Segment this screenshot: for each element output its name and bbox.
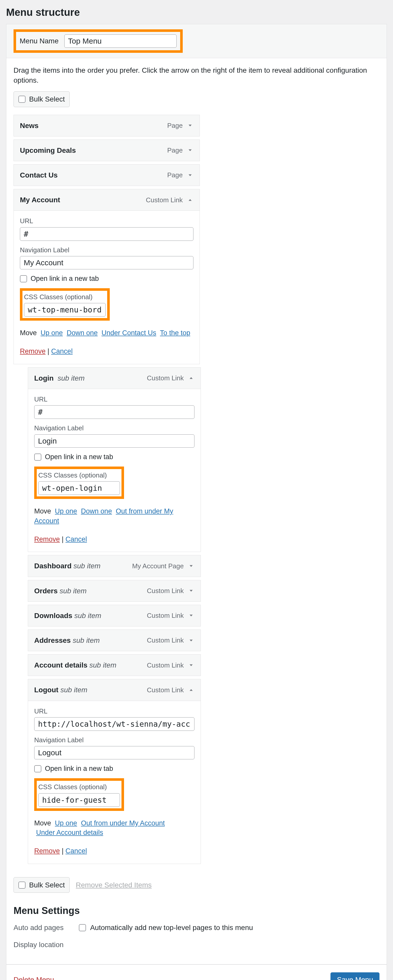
move-top-link[interactable]: To the top <box>160 329 190 337</box>
css-classes-label: CSS Classes (optional) <box>38 782 120 792</box>
menu-item-title: Contact Us <box>20 170 58 180</box>
bulk-select-bottom[interactable]: Bulk Select <box>14 877 70 893</box>
bulk-select-label: Bulk Select <box>29 880 65 890</box>
move-down-one-link[interactable]: Down one <box>81 508 112 515</box>
css-classes-input[interactable] <box>38 481 120 495</box>
move-up-one-link[interactable]: Up one <box>55 508 77 515</box>
bulk-select-checkbox-icon <box>18 881 25 889</box>
move-label: Move <box>34 508 51 515</box>
menu-item-header[interactable]: Logout sub item Custom Link <box>28 679 201 701</box>
bulk-select-label: Bulk Select <box>29 94 65 104</box>
move-under-link[interactable]: Under Contact Us <box>102 329 156 337</box>
menu-item-title: Account details <box>34 661 87 669</box>
url-input[interactable] <box>34 717 194 731</box>
menu-item-type: Custom Link <box>147 374 184 383</box>
auto-add-text: Automatically add new top-level pages to… <box>90 923 253 932</box>
chevron-down-icon[interactable] <box>188 662 194 668</box>
menu-item-type: Custom Link <box>147 686 184 695</box>
chevron-down-icon[interactable] <box>188 612 194 619</box>
nav-label-input[interactable] <box>20 256 193 269</box>
chevron-down-icon[interactable] <box>187 122 193 129</box>
drag-hint: Drag the items into the order you prefer… <box>14 65 379 85</box>
bulk-select-top[interactable]: Bulk Select <box>14 91 70 107</box>
menu-item-title: My Account <box>20 195 60 205</box>
move-label: Move <box>34 819 51 827</box>
delete-menu-link[interactable]: Delete Menu <box>14 975 54 980</box>
menu-item-header[interactable]: My Account Custom Link <box>14 189 200 211</box>
chevron-down-icon[interactable] <box>187 172 193 178</box>
move-out-link[interactable]: Out from under My Account <box>81 819 165 827</box>
menu-item-title: Orders <box>34 587 58 595</box>
cancel-link[interactable]: Cancel <box>65 847 87 855</box>
chevron-down-icon[interactable] <box>187 147 193 154</box>
menu-item-title: Upcoming Deals <box>20 145 76 155</box>
menu-item-account-details[interactable]: Account details sub item Custom Link <box>28 654 201 676</box>
menu-item-my-account: My Account Custom Link URL Navigation La… <box>14 189 200 364</box>
chevron-down-icon[interactable] <box>188 637 194 644</box>
remove-link[interactable]: Remove <box>20 347 46 355</box>
menu-item-addresses[interactable]: Addresses sub item Custom Link <box>28 630 201 651</box>
menu-item-type: Custom Link <box>146 196 183 205</box>
sub-item-tag: sub item <box>74 612 101 620</box>
menu-item-type: My Account Page <box>132 562 184 571</box>
move-under-link[interactable]: Under Account details <box>36 829 103 837</box>
chevron-up-icon[interactable] <box>188 687 194 693</box>
menu-item-title: Dashboard <box>34 562 72 570</box>
css-classes-label: CSS Classes (optional) <box>24 292 106 302</box>
menu-item-title: Downloads <box>34 612 72 620</box>
move-up-one-link[interactable]: Up one <box>55 819 77 827</box>
chevron-up-icon[interactable] <box>188 375 194 381</box>
nav-label: Navigation Label <box>34 423 194 433</box>
menu-item-header[interactable]: Login sub item Custom Link <box>28 367 201 389</box>
menu-item-downloads[interactable]: Downloads sub item Custom Link <box>28 605 201 627</box>
url-label: URL <box>34 706 194 716</box>
sub-item-tag: sub item <box>58 374 85 382</box>
menu-item-type: Page <box>167 170 183 180</box>
move-up-one-link[interactable]: Up one <box>41 329 63 337</box>
menu-item-contact-us[interactable]: Contact Us Page <box>14 164 200 186</box>
menu-item-upcoming-deals[interactable]: Upcoming Deals Page <box>14 140 200 161</box>
css-classes-label: CSS Classes (optional) <box>38 471 120 480</box>
save-menu-button[interactable]: Save Menu <box>331 972 379 980</box>
css-classes-input[interactable] <box>24 303 106 317</box>
new-tab-checkbox[interactable] <box>34 765 41 772</box>
nav-label-input[interactable] <box>34 434 194 448</box>
menu-item-type: Custom Link <box>147 586 184 595</box>
menu-item-title: News <box>20 121 38 130</box>
new-tab-label: Open link in a new tab <box>45 764 113 774</box>
sub-item-tag: sub item <box>73 636 100 644</box>
chevron-up-icon[interactable] <box>187 197 193 203</box>
menu-item-title: Addresses <box>34 636 71 644</box>
new-tab-label: Open link in a new tab <box>45 452 113 462</box>
chevron-down-icon[interactable] <box>188 587 194 594</box>
sub-item-tag: sub item <box>60 686 88 694</box>
move-down-one-link[interactable]: Down one <box>67 329 98 337</box>
cancel-link[interactable]: Cancel <box>51 347 73 355</box>
chevron-down-icon[interactable] <box>188 563 194 570</box>
menu-item-type: Page <box>167 121 183 130</box>
css-classes-input[interactable] <box>38 793 120 807</box>
menu-name-input[interactable] <box>64 35 177 48</box>
menu-item-dashboard[interactable]: Dashboard sub item My Account Page <box>28 555 201 577</box>
new-tab-checkbox[interactable] <box>20 275 27 282</box>
move-label: Move <box>20 329 37 337</box>
url-input[interactable] <box>34 405 194 419</box>
url-label: URL <box>34 395 194 404</box>
new-tab-checkbox[interactable] <box>34 453 41 461</box>
menu-item-title: Logout <box>34 686 59 694</box>
cancel-link[interactable]: Cancel <box>65 535 87 543</box>
url-label: URL <box>20 216 193 226</box>
menu-item-news[interactable]: News Page <box>14 115 200 137</box>
menu-item-orders[interactable]: Orders sub item Custom Link <box>28 580 201 602</box>
url-input[interactable] <box>20 227 193 241</box>
nav-label: Navigation Label <box>34 735 194 745</box>
remove-selected-items-link[interactable]: Remove Selected Items <box>76 880 151 890</box>
menu-structure-heading: Menu structure <box>6 5 387 19</box>
sub-item-tag: sub item <box>60 587 87 595</box>
nav-label-input[interactable] <box>34 746 194 759</box>
remove-link[interactable]: Remove <box>34 847 60 855</box>
menu-item-type: Page <box>167 146 183 155</box>
new-tab-label: Open link in a new tab <box>30 274 99 284</box>
remove-link[interactable]: Remove <box>34 535 60 543</box>
auto-add-checkbox[interactable] <box>79 924 86 931</box>
